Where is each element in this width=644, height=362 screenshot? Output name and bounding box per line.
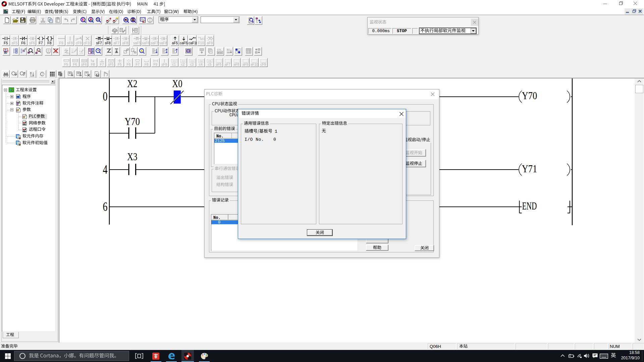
svg-text:xxxx: xxxx [66, 52, 70, 55]
svg-text:c+v: c+v [217, 49, 221, 51]
svg-text:0: 0 [103, 89, 108, 103]
svg-text:C3: C3 [191, 60, 194, 62]
svg-text:error: error [218, 51, 223, 54]
svg-text:-<>: -<> [79, 52, 83, 55]
svg-text:S1: S1 [227, 49, 230, 51]
svg-text:END: END [522, 200, 537, 212]
svg-text:X2: X2 [127, 78, 137, 89]
svg-text:C4: C4 [200, 60, 203, 62]
svg-text:abc: abc [42, 73, 45, 75]
svg-text:X0: X0 [172, 78, 182, 89]
svg-text:Y71: Y71 [522, 163, 537, 175]
svg-text:C1: C1 [173, 60, 176, 62]
svg-text:S9: S9 [227, 51, 230, 54]
svg-text:Y70: Y70 [522, 90, 537, 102]
svg-text:LD: LD [4, 51, 7, 54]
svg-text:Y70: Y70 [125, 116, 140, 127]
svg-text:C2: C2 [182, 60, 185, 62]
svg-text:123: 123 [97, 19, 99, 21]
svg-text:X3: X3 [127, 151, 137, 163]
svg-text:6: 6 [103, 199, 108, 214]
svg-text:4: 4 [103, 162, 108, 176]
svg-text:C5: C5 [208, 60, 211, 62]
svg-text:12: 12 [99, 49, 101, 51]
